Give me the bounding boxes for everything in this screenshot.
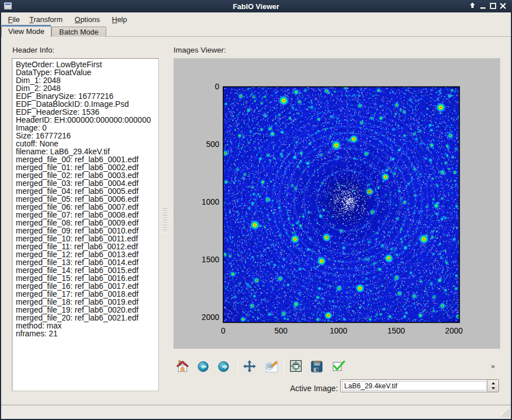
- svg-text:1000: 1000: [330, 326, 348, 335]
- svg-text:1500: 1500: [202, 255, 219, 264]
- svg-text:500: 500: [274, 326, 288, 335]
- svg-text:1500: 1500: [388, 326, 405, 335]
- svg-text:0: 0: [215, 82, 219, 91]
- svg-text:2000: 2000: [202, 313, 219, 322]
- svg-text:500: 500: [206, 140, 220, 149]
- svg-text:1000: 1000: [202, 197, 219, 206]
- svg-text:0: 0: [221, 326, 225, 335]
- svg-text:2000: 2000: [445, 326, 463, 335]
